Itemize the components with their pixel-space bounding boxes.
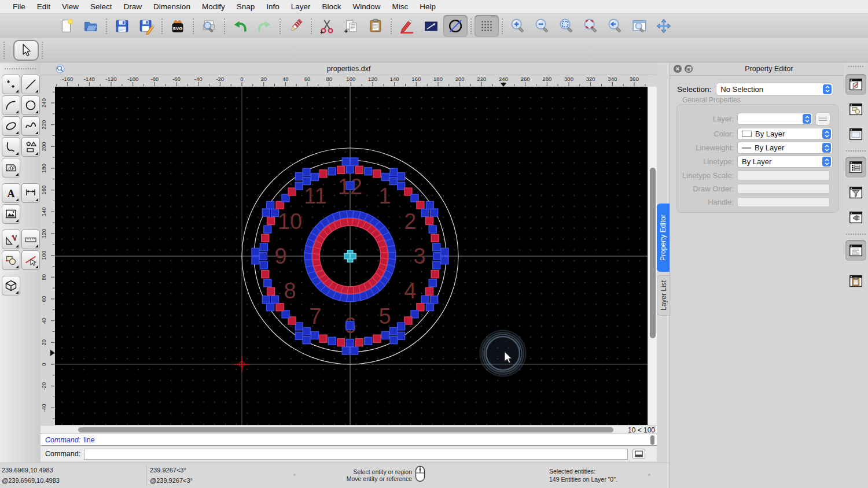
svg-text:8: 8	[284, 279, 296, 303]
selection-pointer-button[interactable]	[13, 40, 39, 61]
palette-row: A	[0, 183, 41, 204]
tool-points-button[interactable]	[2, 75, 20, 94]
menu-window[interactable]: Window	[347, 2, 387, 11]
zoom-window-button[interactable]	[579, 15, 603, 37]
tab-layer-list[interactable]: Layer List	[657, 275, 670, 316]
tool-measure-button[interactable]	[21, 230, 40, 249]
tool-text-button[interactable]: A	[2, 183, 20, 203]
paste-button[interactable]	[363, 15, 388, 37]
circle-tool-button[interactable]	[443, 15, 468, 37]
zoom-in-button[interactable]	[506, 15, 530, 37]
auto-zoom-button[interactable]	[554, 15, 579, 37]
grid-zoom-status: 10 < 100	[620, 426, 655, 434]
grid-toggle-button[interactable]	[475, 15, 499, 37]
tool-hatch-button[interactable]	[2, 158, 20, 178]
tool-spline-button[interactable]	[21, 116, 40, 136]
zoom-selection-button[interactable]	[627, 15, 652, 37]
menu-dimension[interactable]: Dimension	[148, 2, 196, 11]
delete-button[interactable]	[284, 15, 308, 37]
menu-help[interactable]: Help	[414, 2, 442, 11]
save-as-button[interactable]	[134, 15, 159, 37]
tab-property-editor[interactable]: Property Editor	[657, 204, 670, 272]
tool-draft-tools-button[interactable]	[2, 230, 20, 249]
horizontal-scroll-track[interactable]	[51, 426, 634, 434]
window-shapes-panel-button[interactable]	[845, 99, 866, 120]
svg-text:-20: -20	[216, 76, 224, 82]
window-funnel-panel-button[interactable]	[845, 182, 866, 203]
panel-close-button[interactable]	[674, 65, 682, 73]
drawing-canvas[interactable]: 123456789101112	[55, 87, 648, 425]
tool-modify-trim-button[interactable]	[21, 250, 40, 270]
selection-combo[interactable]: No Selection	[716, 83, 833, 95]
menu-modify[interactable]: Modify	[196, 2, 231, 11]
window-pencil-panel-button[interactable]	[845, 74, 866, 95]
line-tool-button[interactable]	[419, 15, 443, 37]
layer-menu-button[interactable]	[815, 112, 830, 125]
handle-field[interactable]	[737, 197, 830, 207]
copy-button[interactable]	[339, 15, 363, 37]
svg-export-button[interactable]: SVG	[165, 15, 190, 37]
tool-shapes-button[interactable]	[21, 137, 40, 157]
pan-button[interactable]	[652, 15, 676, 37]
window-list-panel-button[interactable]	[845, 157, 866, 178]
draw-order-field[interactable]	[737, 184, 830, 194]
linetype-combo[interactable]: By Layer	[737, 156, 833, 168]
stepper-icon	[822, 157, 831, 167]
menu-misc[interactable]: Misc	[387, 2, 414, 11]
redo-button[interactable]	[252, 15, 277, 37]
canvas-horizontal-scrollbar[interactable]: 10 < 100	[41, 425, 657, 434]
menu-edit[interactable]: Edit	[31, 2, 56, 11]
command-window-toggle-button[interactable]	[632, 449, 645, 459]
tool-line-button[interactable]	[21, 75, 40, 94]
zoom-out-button[interactable]	[530, 15, 554, 37]
tool-box3d-button[interactable]	[2, 276, 20, 295]
horizontal-scroll-thumb[interactable]	[78, 427, 613, 432]
menu-layer[interactable]: Layer	[285, 2, 317, 11]
window-clipboard-panel-button[interactable]	[845, 271, 866, 291]
previous-view-button[interactable]	[603, 15, 627, 37]
general-properties-label: General Properties	[682, 96, 741, 104]
layer-combo[interactable]	[737, 113, 813, 125]
window-blank-panel-button[interactable]	[845, 124, 866, 145]
menu-info[interactable]: Info	[260, 2, 285, 11]
command-history-scroll-thumb[interactable]	[650, 435, 654, 445]
cut-button[interactable]	[315, 15, 339, 37]
new-file-button[interactable]	[54, 15, 79, 37]
tool-arc-button[interactable]	[2, 95, 20, 115]
window-command-panel-button[interactable]	[845, 240, 866, 261]
draw-pen-button[interactable]	[395, 15, 419, 37]
panel-float-button[interactable]	[685, 65, 693, 73]
tool-polyline-button[interactable]	[2, 137, 20, 157]
tool-circle-button[interactable]	[21, 95, 40, 115]
vertical-scroll-thumb[interactable]	[650, 168, 656, 338]
undo-icon	[231, 17, 249, 35]
tool-dimension-button[interactable]	[21, 183, 40, 203]
linetype-scale-field[interactable]	[737, 171, 830, 180]
canvas-vertical-scrollbar[interactable]	[648, 87, 657, 425]
window-megaphone-panel-button[interactable]	[845, 207, 866, 228]
color-swatch	[742, 131, 752, 137]
open-file-button[interactable]	[79, 15, 103, 37]
color-combo[interactable]: By Layer	[737, 128, 833, 140]
menu-draw[interactable]: Draw	[118, 2, 148, 11]
tool-image-button[interactable]	[2, 204, 20, 224]
save-button[interactable]	[110, 15, 134, 37]
palette-drag-handle[interactable]	[5, 68, 36, 69]
menu-view[interactable]: View	[56, 2, 84, 11]
svg-text:240: 240	[499, 76, 508, 82]
clock-drawing[interactable]: 123456789101112	[55, 87, 648, 425]
menu-snap[interactable]: Snap	[231, 2, 261, 11]
print-preview-button[interactable]	[197, 15, 221, 37]
undo-button[interactable]	[228, 15, 252, 37]
menu-block[interactable]: Block	[317, 2, 347, 11]
grid-toggle-icon	[478, 17, 495, 35]
menu-select[interactable]: Select	[84, 2, 118, 11]
menu-file[interactable]: File	[7, 2, 31, 11]
svg-text:180: 180	[41, 164, 47, 173]
lineweight-combo[interactable]: By Layer	[737, 142, 833, 154]
tool-boolean-button[interactable]	[2, 250, 20, 270]
line-tool-icon	[422, 17, 440, 35]
strip-drag-handle[interactable]	[848, 66, 863, 67]
command-input[interactable]	[84, 449, 628, 460]
tool-ellipse-button[interactable]	[2, 116, 20, 136]
